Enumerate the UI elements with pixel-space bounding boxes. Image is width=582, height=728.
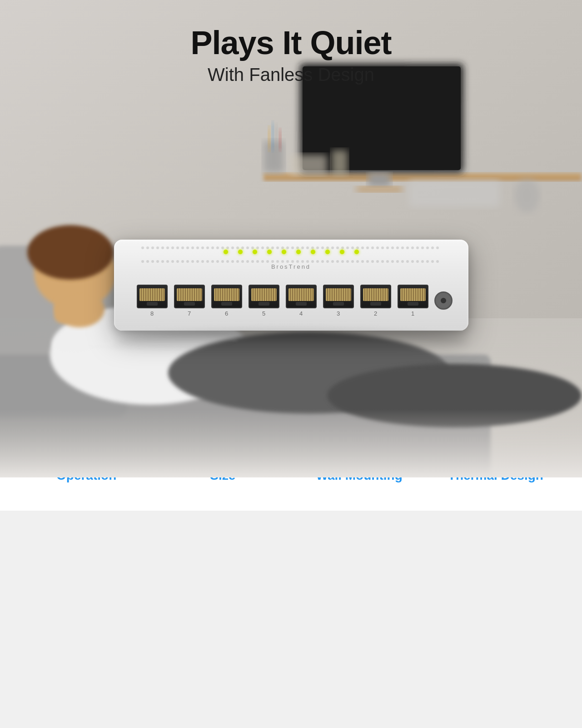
vent-hole <box>426 246 429 249</box>
vent-hole <box>261 246 264 249</box>
vent-hole <box>191 246 194 249</box>
vent-hole <box>376 246 379 249</box>
vent-hole <box>231 246 234 249</box>
vent-hole <box>246 260 249 263</box>
vent-hole <box>346 246 349 249</box>
port-number: 3 <box>337 310 340 317</box>
vent-hole <box>391 246 394 249</box>
vent-hole <box>351 246 354 249</box>
page-wrapper: Plays It Quiet With Fanless Design BrosT… <box>0 0 582 728</box>
vent-hole <box>416 246 419 249</box>
vent-hole <box>401 260 404 263</box>
vent-hole <box>211 260 214 263</box>
vent-hole <box>226 246 229 249</box>
vent-hole <box>146 260 149 263</box>
vent-hole <box>341 260 344 263</box>
sub-title: With Fanless Design <box>0 65 582 85</box>
led-indicator <box>296 250 301 254</box>
svg-rect-10 <box>275 125 278 150</box>
vent-hole <box>276 260 279 263</box>
vent-hole <box>266 260 269 263</box>
vent-hole <box>201 260 204 263</box>
vent-hole <box>196 246 199 249</box>
vent-hole <box>266 246 269 249</box>
vent-hole <box>216 260 219 263</box>
vent-hole <box>201 246 204 249</box>
vent-hole <box>231 260 234 263</box>
vent-hole <box>311 260 314 263</box>
vent-hole <box>366 260 369 263</box>
ethernet-port <box>249 285 279 308</box>
port-group: 3 <box>323 285 354 317</box>
ethernet-port <box>211 285 242 308</box>
vent-hole <box>236 246 239 249</box>
vent-hole <box>361 260 364 263</box>
port-number: 7 <box>188 310 191 317</box>
port-group: 7 <box>174 285 205 317</box>
vent-hole <box>286 260 289 263</box>
vent-hole <box>156 246 159 249</box>
vent-hole <box>396 260 399 263</box>
led-indicator <box>340 250 344 254</box>
main-title: Plays It Quiet <box>0 25 582 61</box>
vent-hole <box>366 246 369 249</box>
vent-hole <box>146 246 149 249</box>
port-number: 1 <box>411 310 414 317</box>
led-indicator <box>282 250 286 254</box>
vent-hole <box>306 260 309 263</box>
svg-rect-26 <box>0 409 582 477</box>
vent-hole <box>356 260 359 263</box>
port-number: 8 <box>150 310 154 317</box>
vent-hole <box>411 260 414 263</box>
port-group: 2 <box>360 285 391 317</box>
vent-hole <box>296 260 299 263</box>
svg-rect-11 <box>279 130 281 150</box>
vent-hole <box>261 260 264 263</box>
ethernet-port <box>286 285 317 308</box>
vent-hole <box>166 246 169 249</box>
led-indicator <box>354 250 359 254</box>
vent-hole <box>341 246 344 249</box>
vent-hole <box>381 246 384 249</box>
ports-section: 87654321 <box>137 285 423 317</box>
vent-hole <box>346 260 349 263</box>
vent-hole <box>301 260 304 263</box>
vent-hole <box>221 246 224 249</box>
power-jack-area <box>430 291 453 313</box>
switch-container: BrosTrend 87654321 <box>114 240 468 353</box>
vent-hole <box>271 260 274 263</box>
vent-hole <box>291 246 294 249</box>
vent-hole <box>271 246 274 249</box>
vent-hole <box>316 246 319 249</box>
vent-hole <box>436 246 439 249</box>
switch-shadow <box>114 331 468 353</box>
vent-hole <box>246 246 249 249</box>
vent-hole <box>391 260 394 263</box>
vent-hole <box>376 260 379 263</box>
vent-hole <box>421 246 424 249</box>
vent-hole <box>151 246 154 249</box>
vent-hole <box>161 260 164 263</box>
vent-hole <box>396 246 399 249</box>
vent-hole <box>241 246 244 249</box>
product-section: BrosTrend 87654321 <box>0 240 582 355</box>
port-number: 5 <box>262 310 265 317</box>
vent-hole <box>371 246 374 249</box>
svg-rect-6 <box>357 186 402 192</box>
vent-hole <box>206 260 209 263</box>
ethernet-port <box>137 285 168 308</box>
vent-hole <box>256 246 259 249</box>
svg-rect-12 <box>291 155 327 175</box>
vent-hole <box>186 260 189 263</box>
vent-hole <box>276 246 279 249</box>
vent-hole <box>331 260 334 263</box>
vent-hole <box>191 260 194 263</box>
port-number: 6 <box>225 310 228 317</box>
vent-hole <box>256 260 259 263</box>
vent-hole <box>386 260 389 263</box>
vent-hole <box>241 260 244 263</box>
led-indicator <box>224 250 228 254</box>
port-group: 8 <box>137 285 168 317</box>
port-number: 2 <box>374 310 377 317</box>
vent-hole <box>356 246 359 249</box>
